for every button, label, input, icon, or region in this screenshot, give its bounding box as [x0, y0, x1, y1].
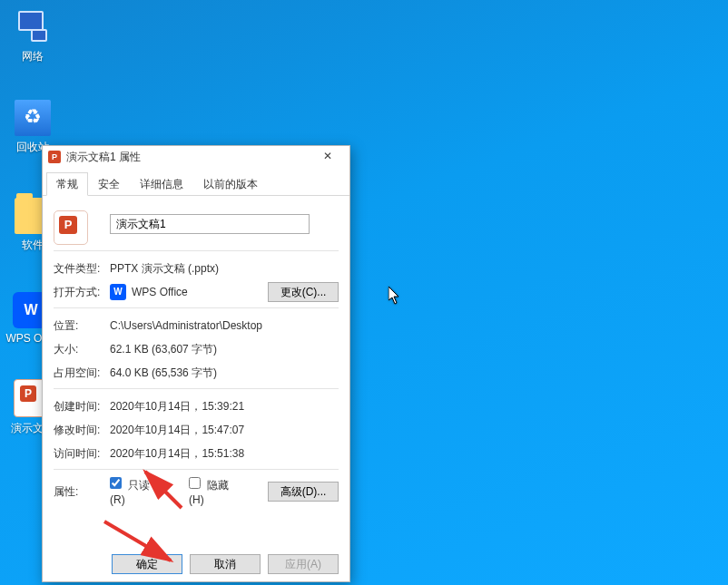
file-type-value: PPTX 演示文稿 (.pptx) — [110, 261, 339, 277]
size-value: 62.1 KB (63,607 字节) — [110, 342, 339, 357]
size-on-disk-label: 占用空间: — [54, 366, 110, 381]
file-type-label: 文件类型: — [54, 261, 110, 277]
location-value: C:\Users\Administrator\Desktop — [110, 319, 339, 332]
dialog-footer: 确定 取消 应用(A) — [112, 554, 339, 574]
size-on-disk-value: 64.0 KB (65,536 字节) — [110, 366, 339, 381]
opens-with-value: WPS Office — [132, 286, 188, 298]
location-label: 位置: — [54, 318, 110, 334]
close-button[interactable]: ✕ — [311, 148, 344, 166]
file-name-input[interactable] — [110, 214, 310, 234]
accessed-label: 访问时间: — [54, 446, 110, 462]
accessed-value: 2020年10月14日，15:51:38 — [110, 446, 339, 462]
tab-general[interactable]: 常规 — [46, 172, 88, 196]
hidden-checkbox-label[interactable]: 隐藏(H) — [189, 477, 241, 506]
attributes-label: 属性: — [54, 484, 110, 500]
ok-button[interactable]: 确定 — [112, 554, 182, 574]
change-opens-with-button[interactable]: 更改(C)... — [268, 282, 339, 302]
tab-strip: 常规 安全 详细信息 以前的版本 — [43, 171, 349, 196]
apply-button[interactable]: 应用(A) — [268, 554, 339, 574]
desktop-icon-label: 网络 — [5, 49, 60, 64]
tab-details[interactable]: 详细信息 — [130, 172, 193, 196]
hidden-checkbox[interactable] — [189, 477, 201, 489]
created-label: 创建时间: — [54, 399, 110, 414]
modified-label: 修改时间: — [54, 423, 110, 438]
tab-security[interactable]: 安全 — [88, 172, 130, 196]
tab-panel-general: 文件类型: PPTX 演示文稿 (.pptx) 打开方式: W WPS Offi… — [43, 196, 349, 506]
mouse-cursor-icon — [389, 287, 401, 305]
wps-app-icon: W — [110, 284, 126, 300]
tab-previous-versions[interactable]: 以前的版本 — [193, 172, 268, 196]
window-title: 演示文稿1 属性 — [66, 150, 311, 165]
cancel-button[interactable]: 取消 — [190, 554, 261, 574]
desktop-icon-network[interactable]: 网络 — [5, 9, 60, 64]
file-type-big-icon — [54, 210, 88, 245]
recycle-bin-icon — [15, 100, 51, 136]
opens-with-label: 打开方式: — [54, 285, 110, 300]
size-label: 大小: — [54, 342, 110, 357]
readonly-checkbox-label[interactable]: 只读(R) — [110, 477, 162, 506]
modified-value: 2020年10月14日，15:47:07 — [110, 423, 339, 438]
title-bar[interactable]: 演示文稿1 属性 ✕ — [43, 146, 349, 168]
file-properties-dialog: 演示文稿1 属性 ✕ 常规 安全 详细信息 以前的版本 文件类型: PPTX 演… — [42, 145, 350, 582]
readonly-checkbox[interactable] — [110, 477, 122, 489]
pptx-file-icon — [48, 151, 61, 163]
advanced-button[interactable]: 高级(D)... — [268, 482, 339, 502]
network-icon — [15, 9, 51, 45]
created-value: 2020年10月14日，15:39:21 — [110, 399, 339, 414]
